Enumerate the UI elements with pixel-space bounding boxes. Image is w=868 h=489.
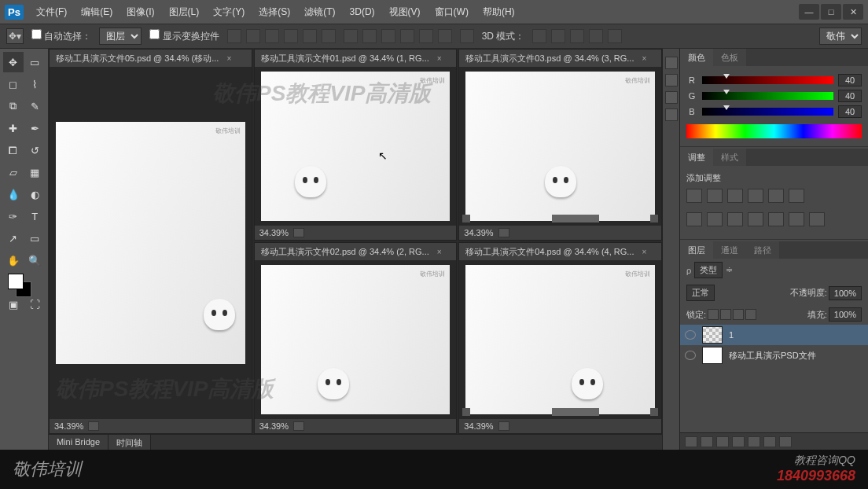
menu-type[interactable]: 文字(Y) xyxy=(207,2,251,22)
adjustment-icon[interactable] xyxy=(727,212,743,226)
align-icon[interactable] xyxy=(322,29,336,43)
menu-view[interactable]: 视图(V) xyxy=(383,2,427,22)
distribute-icon[interactable] xyxy=(381,29,395,43)
menu-window[interactable]: 窗口(W) xyxy=(428,2,475,22)
layer-row[interactable]: 1 xyxy=(680,325,868,345)
lock-pixels-icon[interactable] xyxy=(720,309,731,320)
eraser-tool[interactable]: ▱ xyxy=(3,162,24,182)
shape-tool[interactable]: ▭ xyxy=(25,228,46,248)
dodge-tool[interactable]: ◐ xyxy=(25,184,46,204)
horizontal-scrollbar[interactable] xyxy=(459,406,661,417)
visibility-icon[interactable] xyxy=(685,351,696,360)
layer-thumbnail[interactable] xyxy=(702,326,723,344)
align-icon[interactable] xyxy=(227,29,241,43)
g-slider[interactable] xyxy=(702,92,833,100)
distribute-icon[interactable] xyxy=(400,29,414,43)
pen-tool[interactable]: ✑ xyxy=(3,206,24,226)
adjustment-icon[interactable] xyxy=(789,189,804,203)
menu-file[interactable]: 文件(F) xyxy=(30,2,73,22)
status-icon[interactable] xyxy=(498,421,509,431)
window-close-button[interactable]: ✕ xyxy=(843,4,863,20)
layer-name[interactable]: 1 xyxy=(729,330,734,340)
move-tool[interactable]: ✥ xyxy=(3,52,24,72)
lock-transparent-icon[interactable] xyxy=(708,309,719,320)
adjustment-icon[interactable] xyxy=(707,212,723,226)
g-value[interactable]: 40 xyxy=(838,90,862,102)
close-icon[interactable]: × xyxy=(437,248,442,256)
mode3d-icon[interactable] xyxy=(532,29,546,43)
canvas-area[interactable]: 敬伟培训 xyxy=(459,67,661,226)
panel-icon[interactable] xyxy=(665,108,678,121)
distribute-icon[interactable] xyxy=(362,29,377,43)
status-icon[interactable] xyxy=(498,228,509,237)
type-tool[interactable]: T xyxy=(25,206,46,226)
b-slider[interactable] xyxy=(702,108,833,116)
layer-mask-icon[interactable] xyxy=(716,436,729,447)
mode3d-icon[interactable] xyxy=(551,29,565,43)
mode3d-icon[interactable] xyxy=(589,29,603,43)
tab-paths[interactable]: 路径 xyxy=(746,241,779,259)
tab-color[interactable]: 颜色 xyxy=(680,49,713,66)
blend-mode-select[interactable]: 正常 xyxy=(686,285,715,301)
adjustment-icon[interactable] xyxy=(686,212,702,226)
mode3d-icon[interactable] xyxy=(608,29,622,43)
auto-select-checkbox[interactable]: 自动选择： xyxy=(31,29,91,43)
align-icon[interactable] xyxy=(303,29,317,43)
horizontal-scrollbar[interactable] xyxy=(459,213,661,224)
close-icon[interactable]: × xyxy=(437,54,442,63)
show-transform-checkbox[interactable]: 显示变换控件 xyxy=(149,29,219,43)
foreground-color-swatch[interactable] xyxy=(8,274,24,289)
new-layer-icon[interactable] xyxy=(763,436,776,447)
document-tab[interactable]: 移动工具演示文件01.psd @ 34.4% (1, RG...× xyxy=(255,50,457,67)
status-icon[interactable] xyxy=(88,421,99,431)
zoom-level[interactable]: 34.39% xyxy=(259,421,289,431)
tab-swatches[interactable]: 色板 xyxy=(713,49,746,66)
tab-adjustments[interactable]: 调整 xyxy=(680,149,713,166)
distribute-icon[interactable] xyxy=(419,29,433,43)
close-icon[interactable]: × xyxy=(642,248,646,256)
zoom-tool[interactable]: 🔍 xyxy=(25,250,46,270)
layer-thumbnail[interactable] xyxy=(702,347,723,364)
canvas-area[interactable]: 敬伟培训 xyxy=(459,260,661,419)
tab-channels[interactable]: 通道 xyxy=(713,241,746,259)
document-tab[interactable]: 移动工具演示文件03.psd @ 34.4% (3, RG...× xyxy=(459,50,661,67)
r-value[interactable]: 40 xyxy=(838,74,862,86)
panel-icon[interactable] xyxy=(665,74,678,86)
adjustment-layer-icon[interactable] xyxy=(732,436,745,447)
workspace-select[interactable]: 敬伟 xyxy=(819,28,862,45)
gradient-tool[interactable]: ▦ xyxy=(25,162,46,182)
artboard-tool[interactable]: ▭ xyxy=(25,52,46,72)
tab-mini-bridge[interactable]: Mini Bridge xyxy=(49,435,108,450)
tab-styles[interactable]: 样式 xyxy=(713,149,746,166)
menu-select[interactable]: 选择(S) xyxy=(252,2,296,22)
canvas-area[interactable]: 敬伟培训 xyxy=(255,260,457,419)
link-layers-icon[interactable] xyxy=(685,436,697,447)
b-value[interactable]: 40 xyxy=(838,105,862,118)
lock-position-icon[interactable] xyxy=(733,309,744,320)
status-icon[interactable] xyxy=(293,421,304,431)
layer-row[interactable]: 移动工具演示PSD文件 xyxy=(680,345,868,366)
eyedropper-tool[interactable]: ✎ xyxy=(25,96,46,116)
blur-tool[interactable]: 💧 xyxy=(3,184,24,204)
adjustment-icon[interactable] xyxy=(707,189,723,203)
menu-help[interactable]: 帮助(H) xyxy=(476,2,521,22)
layer-name[interactable]: 移动工具演示PSD文件 xyxy=(729,350,816,362)
path-tool[interactable]: ↗ xyxy=(3,228,24,248)
lasso-tool[interactable]: ⌇ xyxy=(25,74,46,94)
brush-tool[interactable]: ✒ xyxy=(25,118,46,138)
menu-3d[interactable]: 3D(D) xyxy=(344,3,381,20)
r-slider[interactable] xyxy=(702,76,833,84)
align-icon[interactable] xyxy=(246,29,260,43)
hand-tool[interactable]: ✋ xyxy=(3,250,24,270)
color-spectrum[interactable] xyxy=(686,124,862,138)
menu-edit[interactable]: 编辑(E) xyxy=(75,2,119,22)
tab-layers[interactable]: 图层 xyxy=(680,241,713,259)
status-icon[interactable] xyxy=(293,228,304,237)
opacity-field[interactable]: 100% xyxy=(829,286,862,300)
close-icon[interactable]: × xyxy=(226,54,231,63)
adjustment-icon[interactable] xyxy=(768,189,784,203)
menu-image[interactable]: 图像(I) xyxy=(120,2,160,22)
healing-tool[interactable]: ✚ xyxy=(3,118,24,138)
current-tool-indicator[interactable]: ✥▾ xyxy=(6,28,24,44)
arrange-icon[interactable] xyxy=(460,29,474,43)
